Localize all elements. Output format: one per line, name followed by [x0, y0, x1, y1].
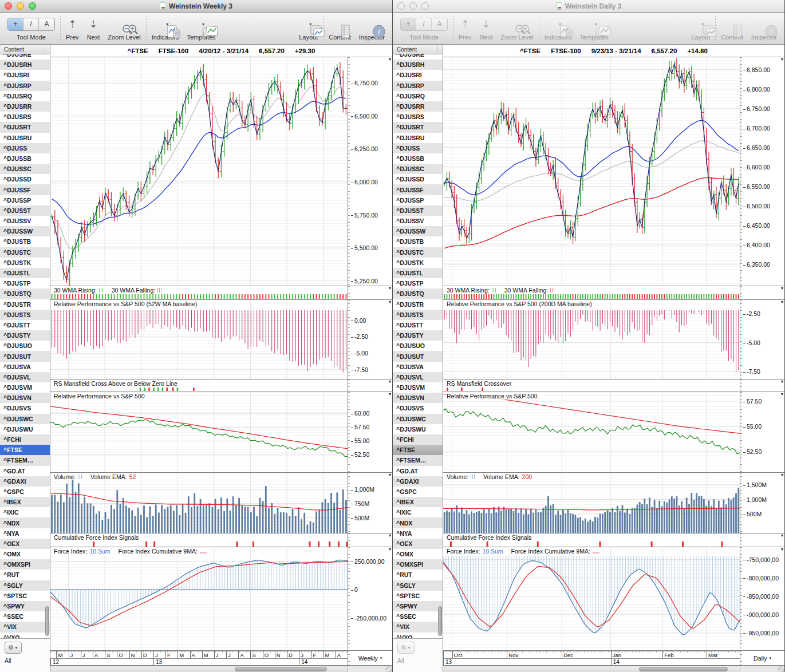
ticker-item[interactable]: ^DJUSVM — [393, 382, 443, 393]
close-button[interactable] — [397, 2, 405, 10]
ticker-item[interactable]: ^IBEX — [393, 497, 443, 507]
ticker-item[interactable]: ^DJUSSF — [393, 184, 443, 195]
ticker-item[interactable]: ^NDX — [0, 517, 50, 528]
ticker-item[interactable]: ^DJUSRT — [393, 122, 443, 132]
ticker-item[interactable]: ^FCHI — [0, 434, 50, 445]
ticker-list[interactable]: ^DJUSRE^DJUSRH^DJUSRI^DJUSRP^DJUSRQ^DJUS… — [0, 54, 50, 638]
ticker-item[interactable]: ^DJUSUO — [393, 341, 443, 351]
disclosure-icon[interactable]: ▾ — [781, 533, 783, 538]
ticker-list[interactable]: ^DJUSRE^DJUSRH^DJUSRI^DJUSRP^DJUSRQ^DJUS… — [393, 54, 443, 638]
ticker-item[interactable]: ^OMXSPI — [393, 559, 443, 570]
ticker-item[interactable]: ^DJUSVA — [393, 362, 443, 372]
ticker-item[interactable]: ^DJUSSB — [393, 153, 443, 164]
ticker-item[interactable]: ^DJUSTP — [0, 278, 50, 288]
disclosure-icon[interactable]: ▾ — [781, 547, 783, 552]
ticker-item[interactable]: ^RUT — [0, 570, 50, 580]
ticker-item[interactable]: ^DJUSUT — [393, 351, 443, 361]
ticker-item[interactable]: ^FTSEM… — [0, 455, 50, 465]
hscrollbar-track[interactable] — [50, 666, 348, 672]
ticker-item[interactable]: ^OMX — [0, 549, 50, 559]
ticker-item[interactable]: ^DJUSRQ — [393, 91, 443, 101]
ticker-item[interactable]: ^DJUSTB — [393, 236, 443, 247]
ticker-item[interactable]: ^DJUSRP — [393, 81, 443, 91]
ticker-item[interactable]: ^DJUSRE — [393, 54, 443, 60]
disclosure-icon[interactable]: ▾ — [781, 380, 783, 384]
ticker-item[interactable]: ^DJUSWU — [0, 424, 50, 434]
ticker-item[interactable]: ^DJUSTL — [0, 268, 50, 278]
ticker-item[interactable]: ^DJUSVL — [393, 372, 443, 382]
ticker-item[interactable]: ^DJUSVN — [393, 393, 443, 403]
ticker-item[interactable]: ^DJUSTC — [393, 247, 443, 258]
minimize-button[interactable] — [409, 2, 417, 10]
ticker-item[interactable]: ^DJUSRR — [393, 101, 443, 112]
ticker-item[interactable]: ^DJUSSD — [0, 174, 50, 184]
hscrollbar-track[interactable] — [443, 666, 740, 672]
titlebar[interactable]: Weinstein Weekly 3 — [0, 0, 392, 13]
ticker-item[interactable]: ^GSPC — [393, 487, 443, 497]
ticker-item[interactable]: ^NDX — [393, 517, 443, 528]
trendline-tool-button[interactable]: / — [416, 18, 432, 30]
titlebar[interactable]: Weinstein Daily 3 — [393, 0, 784, 13]
ticker-item[interactable]: ^DJUSVS — [0, 403, 50, 413]
ticker-item[interactable]: ^GDAXI — [393, 476, 443, 487]
ticker-item[interactable]: ^IBEX — [0, 497, 50, 507]
ticker-item[interactable]: ^VXO — [0, 633, 50, 639]
next-icon[interactable]: ⇣ — [89, 19, 97, 29]
timeframe-dropdown[interactable]: Daily▾ — [740, 651, 784, 665]
ticker-item[interactable]: ^VIX — [393, 622, 443, 632]
ticker-item[interactable]: ^SGLY — [0, 580, 50, 591]
disclosure-icon[interactable]: ▾ — [389, 300, 391, 305]
ticker-item[interactable]: ^DJUSTY — [0, 330, 50, 341]
ticker-item[interactable]: ^DJUSVS — [393, 403, 443, 413]
ticker-item[interactable]: ^DJUSS — [0, 143, 50, 153]
ticker-item[interactable]: ^DJUSSW — [0, 226, 50, 236]
ticker-item[interactable]: ^VIX — [0, 622, 50, 632]
ticker-item[interactable]: ^DJUSTK — [0, 258, 50, 268]
ticker-item[interactable]: ^SSEC — [0, 611, 50, 622]
ticker-item[interactable]: ^DJUSRR — [0, 101, 50, 112]
ticker-item[interactable]: ^SGLY — [393, 580, 443, 591]
ticker-item[interactable]: ^DJUSST — [0, 205, 50, 216]
disclosure-icon[interactable]: ▾ — [781, 473, 783, 477]
gear-button[interactable]: ⚙▼ — [397, 642, 415, 654]
disclosure-icon[interactable]: ▾ — [781, 300, 783, 305]
text-tool-button[interactable]: A — [432, 18, 447, 30]
ticker-item[interactable]: ^DJUSTR — [0, 299, 50, 310]
next-icon[interactable]: ⇣ — [482, 19, 490, 29]
close-button[interactable] — [5, 2, 12, 10]
ticker-item[interactable]: ^DJUSRH — [393, 60, 443, 70]
ticker-item[interactable]: ^DJUSSV — [0, 216, 50, 226]
disclosure-icon[interactable]: ▾ — [389, 473, 391, 477]
ticker-item[interactable]: ^SPWY — [393, 601, 443, 611]
ticker-item[interactable]: ^GDAXI — [0, 476, 50, 487]
ticker-item[interactable]: ^DJUSRU — [0, 133, 50, 143]
ticker-item[interactable]: ^IXIC — [393, 507, 443, 517]
ticker-item[interactable]: ^SPTSC — [393, 591, 443, 601]
ticker-item[interactable]: ^DJUSRI — [393, 70, 443, 80]
disclosure-icon[interactable]: ▾ — [389, 57, 391, 62]
ticker-item[interactable]: ^DJUSSC — [0, 164, 50, 174]
ticker-item[interactable]: ^DJUSTB — [0, 236, 50, 247]
disclosure-icon[interactable]: ▾ — [389, 547, 391, 552]
ticker-item[interactable]: ^DJUSTQ — [0, 288, 50, 299]
ticker-item[interactable]: ^DJUSTL — [393, 268, 443, 278]
hscrollbar-thumb[interactable] — [639, 667, 728, 671]
ticker-item[interactable]: ^VXO — [393, 633, 443, 639]
ticker-item[interactable]: ^DJUSRE — [0, 54, 50, 60]
timeframe-dropdown[interactable]: Weekly▾ — [348, 651, 392, 665]
zoom-button[interactable] — [421, 2, 429, 10]
ticker-item[interactable]: ^DJUSSV — [393, 216, 443, 226]
ticker-item[interactable]: ^DJUSWC — [393, 414, 443, 424]
ticker-item[interactable]: ^IXIC — [0, 507, 50, 517]
ticker-item[interactable]: ^DJUSUT — [0, 351, 50, 361]
ticker-item[interactable]: ^NYA — [393, 528, 443, 539]
ticker-item[interactable]: ^DJUSRP — [0, 81, 50, 91]
ticker-item[interactable]: ^OEX — [0, 539, 50, 549]
disclosure-icon[interactable]: ▾ — [389, 286, 391, 291]
ticker-item[interactable]: ^DJUSRS — [393, 112, 443, 122]
ticker-item[interactable]: ^FTSE — [0, 445, 50, 455]
ticker-item[interactable]: ^DJUSSC — [393, 164, 443, 174]
ticker-item[interactable]: ^DJUSVA — [0, 362, 50, 372]
ticker-item[interactable]: ^DJUSTC — [0, 247, 50, 258]
resize-grip[interactable] — [778, 666, 784, 672]
